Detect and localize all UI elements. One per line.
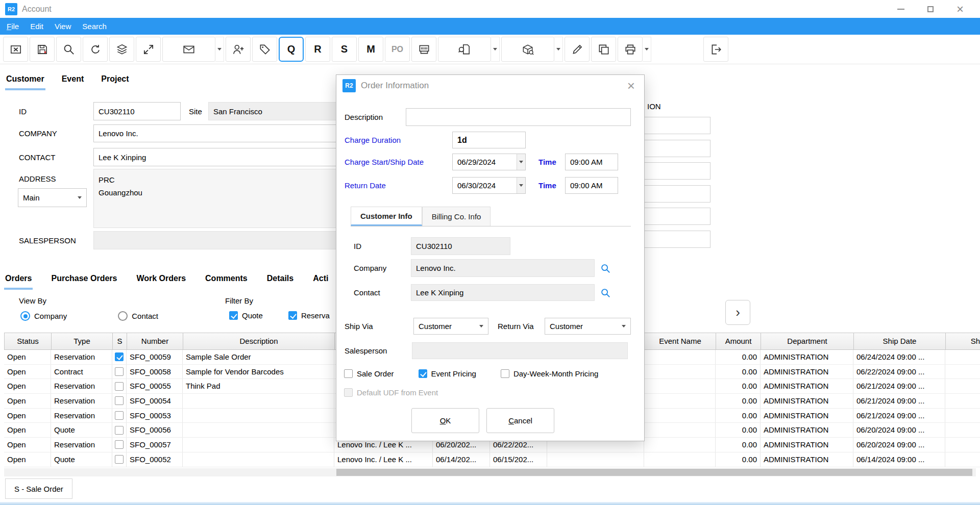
maximize-button[interactable] (916, 0, 945, 18)
toolbar-r-button[interactable]: R (305, 37, 330, 62)
dialog-company-field[interactable]: Lenovo Inc. (411, 259, 595, 277)
column-header-s[interactable]: S (113, 333, 127, 349)
tab-purchase-orders[interactable]: Purchase Orders (50, 272, 118, 290)
filter-option-reserva[interactable]: Reserva (288, 311, 330, 320)
dialog-tab-billing-co-info[interactable]: Billing Co. Info (422, 207, 491, 226)
sale-order-row-checkbox[interactable] (115, 455, 124, 464)
column-header-event-name[interactable]: Event Name (645, 333, 716, 349)
dialog-id-field[interactable]: CU302110 (411, 237, 510, 255)
view-by-option-company[interactable]: Company (20, 311, 67, 321)
document-search-dropdown-button[interactable] (491, 37, 500, 62)
contact-search-button[interactable] (600, 287, 611, 298)
sale-order-row-checkbox[interactable] (115, 352, 124, 361)
close-button[interactable]: × (945, 0, 975, 18)
description-input[interactable] (406, 108, 631, 126)
id-input[interactable]: CU302110 (93, 102, 181, 120)
charge-start-time-input[interactable]: 09:00 AM (565, 154, 618, 170)
tab-work-orders[interactable]: Work Orders (135, 272, 187, 290)
dialog-close-button[interactable]: × (624, 79, 638, 92)
delete-record-button[interactable] (3, 37, 28, 62)
exit-button[interactable] (703, 37, 728, 62)
save-button[interactable] (30, 37, 55, 62)
sale-order-row-checkbox[interactable] (115, 426, 124, 435)
charge-duration-input[interactable]: 1d (452, 132, 526, 148)
charge-start-date-input[interactable]: 06/29/2024 (452, 154, 526, 170)
reserva-checkbox[interactable] (288, 311, 297, 320)
copy-button[interactable] (591, 37, 616, 62)
tab-comments[interactable]: Comments (204, 272, 249, 290)
tab-customer[interactable]: Customer (5, 72, 45, 90)
return-date-input[interactable]: 06/30/2024 (452, 177, 526, 194)
dialog-contact-field[interactable]: Lee K Xinping (411, 284, 595, 301)
dialog-salesperson-field[interactable] (412, 342, 628, 359)
sale-order-row-checkbox[interactable] (115, 367, 124, 376)
address-type-select[interactable]: Main (18, 188, 87, 207)
return-time-input[interactable]: 09:00 AM (565, 177, 618, 194)
menu-file[interactable]: File (7, 22, 19, 31)
sale-order-row-checkbox[interactable] (115, 382, 124, 391)
menu-search[interactable]: Search (82, 22, 107, 31)
column-header-description[interactable]: Description (183, 333, 335, 349)
document-search-button[interactable] (438, 37, 491, 62)
event-pricing-checkbox[interactable] (419, 369, 427, 378)
sale-order-row-checkbox[interactable] (115, 411, 124, 420)
column-header-shi[interactable]: Shi (946, 333, 980, 349)
print-dropdown-button[interactable] (643, 37, 651, 62)
layers-button[interactable] (109, 37, 134, 62)
toolbar-s-button[interactable]: S (332, 37, 357, 62)
mail-button[interactable] (162, 37, 215, 62)
quote-checkbox[interactable] (229, 311, 238, 320)
tab-project[interactable]: Project (100, 72, 130, 90)
package-search-dropdown-button[interactable] (554, 37, 563, 62)
ship-via-select[interactable]: Customer (413, 318, 488, 335)
barcode-printer-button[interactable] (411, 37, 436, 62)
menu-edit[interactable]: Edit (30, 22, 43, 31)
minimize-button[interactable] (886, 0, 916, 18)
tab-orders[interactable]: Orders (4, 272, 33, 290)
column-header-department[interactable]: Department (761, 333, 854, 349)
edit-pencil-button[interactable] (565, 37, 590, 62)
radio-contact[interactable] (118, 311, 128, 321)
column-header-ship-date[interactable]: Ship Date (854, 333, 946, 349)
toolbar-m-button[interactable]: M (358, 37, 383, 62)
print-button[interactable] (618, 37, 643, 62)
radio-company[interactable] (20, 311, 30, 321)
expand-button[interactable] (136, 37, 161, 62)
mail-dropdown-button[interactable] (215, 37, 224, 62)
package-search-button[interactable] (501, 37, 554, 62)
column-header-type[interactable]: Type (52, 333, 113, 349)
horizontal-scrollbar[interactable] (4, 468, 976, 476)
search-button[interactable] (56, 37, 81, 62)
day-week-month-pricing-checkbox[interactable] (501, 369, 509, 378)
tab-acti[interactable]: Acti (312, 272, 329, 290)
column-header-status[interactable]: Status (5, 333, 52, 349)
tab-event[interactable]: Event (61, 72, 85, 90)
sale-order-row-checkbox[interactable] (115, 440, 124, 449)
next-page-button[interactable]: › (725, 300, 750, 325)
filter-option-quote[interactable]: Quote (229, 311, 263, 320)
ok-button[interactable]: OK (411, 408, 479, 433)
column-header-amount[interactable]: Amount (716, 333, 761, 349)
dialog-option-day-week-month-pricing[interactable]: Day-Week-Month Pricing (501, 369, 598, 378)
company-search-button[interactable] (600, 263, 611, 274)
charge-start-date-dropdown[interactable] (517, 154, 525, 170)
column-header-number[interactable]: Number (127, 333, 183, 349)
tag-button[interactable] (252, 37, 277, 62)
add-contact-button[interactable] (226, 37, 251, 62)
return-via-select[interactable]: Customer (545, 318, 631, 335)
toolbar-po-button[interactable]: PO (385, 37, 410, 62)
cancel-button[interactable]: Cancel (486, 408, 554, 433)
table-row[interactable]: OpenQuoteSFO_00052Lenovo Inc. / Lee K ..… (4, 452, 980, 467)
toolbar-q-button[interactable]: Q (279, 37, 304, 62)
tab-details[interactable]: Details (266, 272, 295, 290)
menu-view[interactable]: View (55, 22, 71, 31)
dialog-tab-customer-info[interactable]: Customer Info (351, 207, 422, 226)
sale-order-row-checkbox[interactable] (115, 396, 124, 405)
dialog-option-sale-order[interactable]: Sale Order (344, 369, 394, 378)
sale-order-checkbox[interactable] (344, 369, 353, 378)
return-date-dropdown[interactable] (517, 178, 525, 193)
view-by-option-contact[interactable]: Contact (118, 311, 158, 321)
dialog-option-event-pricing[interactable]: Event Pricing (419, 369, 476, 378)
scrollbar-thumb[interactable] (336, 469, 972, 476)
refresh-button[interactable] (83, 37, 108, 62)
